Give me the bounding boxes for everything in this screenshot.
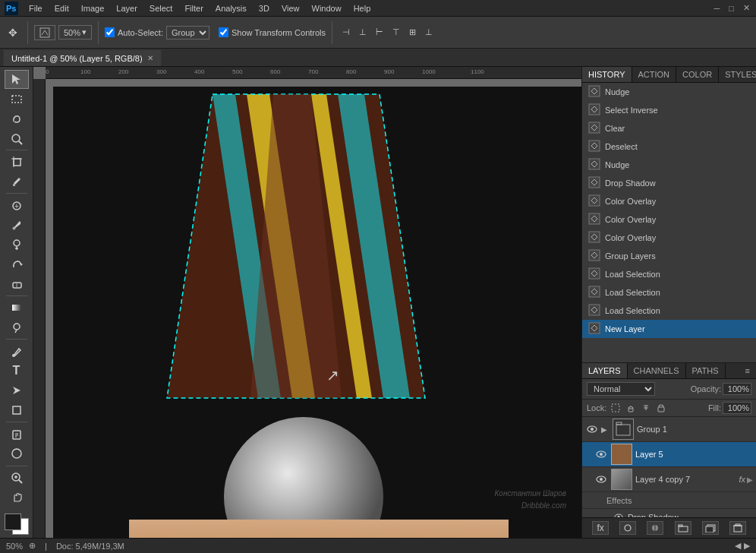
tab-action[interactable]: ACTION: [632, 67, 677, 82]
3d-rotate-tool[interactable]: [5, 444, 29, 463]
layers-menu-btn[interactable]: ≡: [742, 365, 753, 377]
add-mask-btn[interactable]: [619, 521, 636, 535]
add-fx-btn[interactable]: fx: [592, 521, 609, 535]
history-item-6[interactable]: Drop Shadow: [582, 174, 756, 192]
tab-channels[interactable]: CHANNELS: [628, 363, 686, 378]
tab-close-btn[interactable]: ✕: [147, 54, 153, 62]
brush-preset-picker[interactable]: [34, 25, 55, 40]
shape-tool[interactable]: [5, 401, 29, 420]
lock-paint-btn[interactable]: [625, 402, 637, 414]
new-layer-btn[interactable]: [702, 521, 719, 535]
effect-eye-dropshadow[interactable]: [613, 511, 625, 518]
auto-select-checkbox[interactable]: [105, 27, 115, 37]
menu-file[interactable]: File: [23, 2, 49, 14]
move-tool[interactable]: ✥: [5, 24, 21, 41]
history-item-1[interactable]: Nudge: [582, 83, 756, 101]
history-item-9[interactable]: Color Overlay: [582, 229, 756, 247]
tab-history[interactable]: HISTORY: [582, 67, 632, 82]
spot-heal-tool[interactable]: +: [5, 196, 29, 215]
history-brush[interactable]: [5, 255, 29, 274]
show-transform-checkbox[interactable]: [219, 27, 228, 37]
lasso-tool[interactable]: [5, 109, 29, 128]
menu-select[interactable]: Select: [143, 2, 179, 14]
history-item-13[interactable]: Load Selection: [582, 302, 756, 320]
lock-transparent-btn[interactable]: [610, 402, 622, 414]
menu-view[interactable]: View: [276, 2, 306, 14]
clone-stamp[interactable]: [5, 235, 29, 254]
foreground-color-swatch[interactable]: [5, 514, 21, 530]
window-minimize[interactable]: ─: [711, 4, 723, 13]
opacity-input[interactable]: [723, 383, 751, 395]
menu-image[interactable]: Image: [75, 2, 111, 14]
layer-group1[interactable]: ▶ Group 1: [582, 417, 756, 442]
canvas-area[interactable]: 0 100 200 300 400 500 600 700 800 900 10…: [33, 67, 581, 538]
zoom-fit-btn[interactable]: ⊕: [29, 541, 36, 551]
statusbar-arrow-left[interactable]: ◀: [735, 541, 741, 551]
delete-layer-btn[interactable]: [729, 521, 746, 535]
auto-select-option[interactable]: Group Layer: [166, 26, 209, 40]
layer-layer4copy7[interactable]: Layer 4 copy 7 fx ▶: [582, 467, 756, 492]
tab-paths[interactable]: PATHS: [686, 363, 726, 378]
canvas-scroll[interactable]: ↗: [46, 79, 581, 538]
new-group-btn[interactable]: [675, 521, 691, 535]
menu-edit[interactable]: Edit: [49, 2, 75, 14]
tab-color[interactable]: COLOR: [676, 67, 719, 82]
align-center-h[interactable]: ⊥: [355, 25, 370, 40]
tab-styles[interactable]: STYLES: [719, 67, 756, 82]
window-maximize[interactable]: □: [726, 4, 737, 13]
history-item-11[interactable]: Load Selection: [582, 265, 756, 283]
history-item-2[interactable]: Select Inverse: [582, 101, 756, 119]
window-close[interactable]: ✕: [740, 3, 753, 13]
align-center-v[interactable]: ⊞: [405, 25, 420, 40]
brush-tool[interactable]: [5, 216, 29, 235]
pen-tool[interactable]: [5, 342, 29, 361]
move-tool-btn[interactable]: [5, 70, 29, 89]
history-item-3[interactable]: Clear: [582, 119, 756, 137]
history-item-14[interactable]: New Layer: [582, 320, 756, 338]
tab-layers[interactable]: LAYERS: [582, 363, 628, 378]
document-tab[interactable]: Untitled-1 @ 50% (Layer 5, RGB/8) ✕: [3, 49, 162, 66]
history-item-10[interactable]: Group Layers: [582, 247, 756, 265]
notes-tool[interactable]: [5, 425, 29, 444]
history-item-12[interactable]: Load Selection: [582, 283, 756, 302]
visibility-group1[interactable]: [585, 422, 599, 436]
history-item-7[interactable]: Color Overlay: [582, 192, 756, 210]
marquee-tool[interactable]: [5, 90, 29, 109]
history-item-4[interactable]: Deselect: [582, 137, 756, 156]
visibility-layer5[interactable]: [594, 447, 608, 461]
eyedropper-tool[interactable]: [5, 172, 29, 191]
path-select[interactable]: [5, 381, 29, 400]
visibility-layer4c7[interactable]: [594, 472, 608, 486]
history-item-8[interactable]: Color Overlay: [582, 210, 756, 229]
effect-dropshadow[interactable]: Drop Shadow: [582, 509, 756, 517]
menu-help[interactable]: Help: [348, 2, 377, 14]
menu-layer[interactable]: Layer: [110, 2, 143, 14]
hand-tool[interactable]: [5, 488, 29, 507]
zoom-tool[interactable]: [5, 469, 29, 488]
text-tool[interactable]: T: [5, 362, 29, 381]
layer4c7-expand[interactable]: ▶: [747, 476, 753, 484]
gradient-tool[interactable]: [5, 299, 29, 318]
quick-select-tool[interactable]: [5, 128, 29, 147]
align-left[interactable]: ⊣: [339, 25, 354, 40]
align-right[interactable]: ⊢: [372, 25, 387, 40]
align-bottom[interactable]: ⊥: [421, 25, 436, 40]
fill-input[interactable]: [723, 402, 751, 414]
new-adjustment-btn[interactable]: [647, 521, 663, 535]
layer-layer5[interactable]: Layer 5: [582, 442, 756, 467]
lock-position-btn[interactable]: [640, 402, 652, 414]
history-item-5[interactable]: Nudge: [582, 156, 756, 174]
zoom-level[interactable]: 50% ▾: [58, 25, 92, 40]
menu-window[interactable]: Window: [306, 2, 348, 14]
lock-all-btn[interactable]: [655, 402, 667, 414]
align-top[interactable]: ⊤: [389, 25, 404, 40]
group-arrow[interactable]: ▶: [599, 424, 610, 434]
menu-filter[interactable]: Filter: [178, 2, 209, 14]
crop-tool[interactable]: [5, 153, 29, 172]
eraser-tool[interactable]: [5, 274, 29, 293]
statusbar-arrow-right[interactable]: ▶: [744, 541, 750, 551]
dodge-tool[interactable]: [5, 318, 29, 337]
color-swatch[interactable]: [5, 514, 29, 535]
menu-3d[interactable]: 3D: [253, 2, 276, 14]
menu-analysis[interactable]: Analysis: [209, 2, 253, 14]
